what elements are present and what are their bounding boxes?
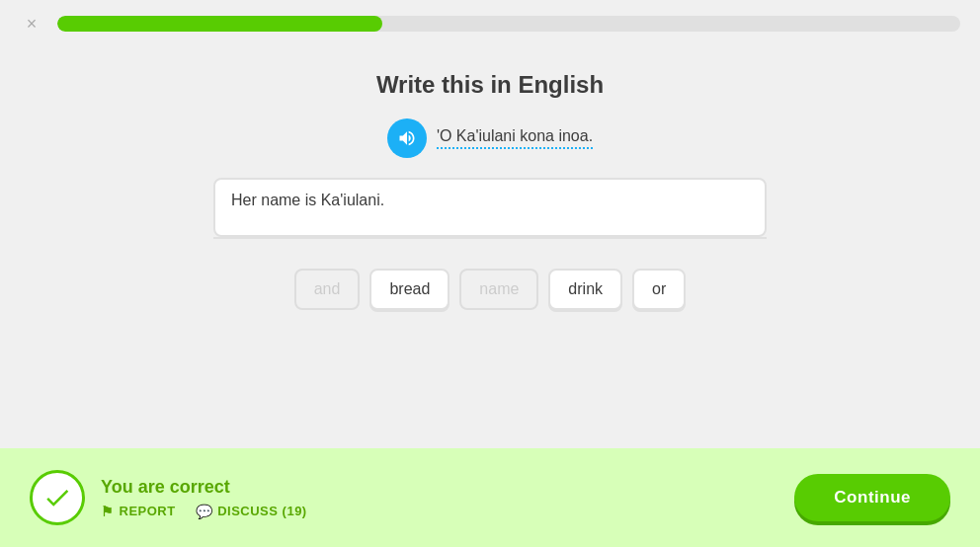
progress-bar-container	[57, 16, 960, 32]
progress-bar-fill	[57, 16, 382, 32]
main-content: Write this in English 'O Ka'iulani kona …	[0, 47, 980, 346]
speaker-icon	[397, 128, 417, 148]
audio-text: 'O Ka'iulani kona inoa.	[437, 127, 593, 149]
word-chip-chip-bread[interactable]: bread	[369, 269, 449, 310]
word-chip-chip-drink[interactable]: drink	[548, 269, 622, 310]
answer-divider	[213, 237, 767, 239]
success-left: You are correct ⚑ REPORT 💬 DISCUSS (19)	[30, 470, 307, 525]
success-title: You are correct	[101, 477, 307, 498]
success-info: You are correct ⚑ REPORT 💬 DISCUSS (19)	[101, 477, 307, 519]
word-chips-row: andbreadnamedrinkor	[294, 269, 687, 310]
report-button[interactable]: ⚑ REPORT	[101, 504, 176, 519]
close-button[interactable]: ×	[20, 12, 43, 36]
report-icon: ⚑	[101, 504, 115, 519]
question-title: Write this in English	[376, 71, 604, 99]
discuss-icon: 💬	[196, 504, 213, 519]
answer-area: Her name is Ka'iulani.	[213, 178, 767, 237]
word-chip-chip-and: and	[294, 269, 361, 310]
word-chip-chip-or[interactable]: or	[632, 269, 686, 310]
success-bar: You are correct ⚑ REPORT 💬 DISCUSS (19) …	[0, 448, 980, 547]
discuss-label: DISCUSS (19)	[217, 504, 307, 518]
checkmark-icon	[42, 483, 72, 512]
success-check-icon	[30, 470, 85, 525]
discuss-button[interactable]: 💬 DISCUSS (19)	[196, 504, 307, 519]
audio-button[interactable]	[387, 118, 427, 158]
answer-text: Her name is Ka'iulani.	[231, 192, 384, 208]
audio-row: 'O Ka'iulani kona inoa.	[387, 118, 593, 158]
word-chip-chip-name: name	[459, 269, 538, 310]
success-actions: ⚑ REPORT 💬 DISCUSS (19)	[101, 504, 307, 519]
continue-button[interactable]: Continue	[794, 474, 950, 521]
report-label: REPORT	[120, 504, 176, 518]
top-bar: ×	[0, 0, 980, 47]
